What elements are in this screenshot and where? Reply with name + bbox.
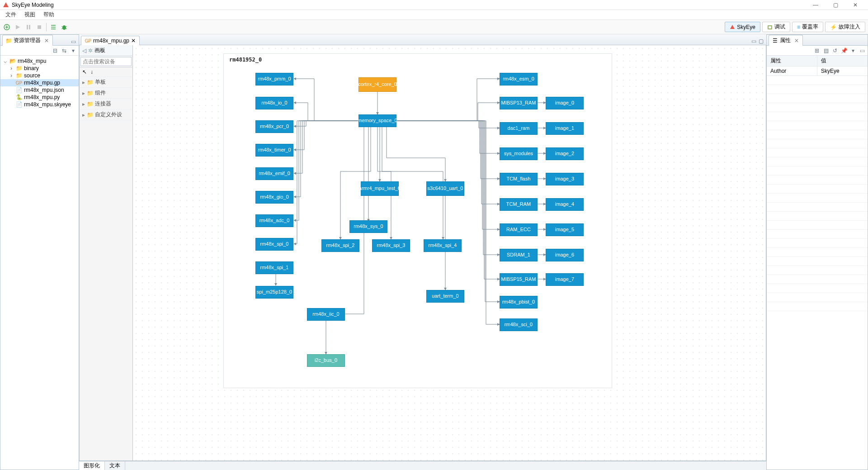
diagram-canvas[interactable]: rm481952_0 (133, 45, 766, 461)
node-image6[interactable]: image_6 (546, 249, 584, 261)
node-armr4[interactable]: armr4_mpu_test_0 (361, 181, 399, 196)
node-iic[interactable]: rm48x_iic_0 (307, 308, 345, 321)
prop-filter-icon[interactable]: ▤ (822, 47, 830, 54)
node-esm[interactable]: rm48x_esm_0 (500, 73, 538, 85)
node-image3[interactable]: image_3 (546, 173, 584, 185)
node-image0[interactable]: image_0 (546, 97, 584, 109)
node-adc[interactable]: rm48x_adc_0 (255, 214, 293, 227)
node-pbist[interactable]: rm48x_pbist_0 (500, 296, 538, 309)
node-sdram1[interactable]: SDRAM_1 (500, 249, 538, 261)
bottom-tab-graphical[interactable]: 图形化 (79, 461, 105, 470)
tree-source[interactable]: › 📁 source (0, 72, 79, 79)
node-image2[interactable]: image_2 (546, 147, 584, 160)
node-spi1[interactable]: rm48x_spi_1 (255, 261, 293, 274)
chevron-down-icon[interactable]: ⌵ (2, 58, 8, 64)
node-sci[interactable]: rm48x_sci_0 (500, 318, 538, 331)
node-emif[interactable]: rm48x_emif_0 (255, 167, 293, 180)
window-minimize[interactable]: — (806, 2, 826, 8)
node-gio[interactable]: rm48x_gio_0 (255, 191, 293, 204)
svg-marker-0 (3, 2, 9, 7)
perspective-skyeye[interactable]: SkyEye (725, 22, 760, 32)
collapse-all-icon[interactable]: ⊟ (52, 47, 59, 54)
perspective-fault[interactable]: ⚡ 故障注入 (825, 22, 865, 32)
property-row[interactable]: Author SkyEye (767, 66, 868, 76)
view-menu-icon[interactable]: ▾ (70, 47, 77, 54)
link-editor-icon[interactable]: ⇆ (61, 47, 68, 54)
menu-file[interactable]: 文件 (2, 10, 20, 19)
node-tcmram[interactable]: TCM_RAM (500, 198, 538, 211)
navigator-tab[interactable]: 📁 资源管理器 ✕ (2, 35, 53, 46)
folder-icon: 📁 (87, 90, 93, 96)
tree-py-file[interactable]: 🐍 rm48x_mpu.py (0, 94, 79, 101)
menu-help[interactable]: 帮助 (40, 10, 58, 19)
node-pcr[interactable]: rm48x_pcr_0 (255, 120, 293, 133)
prop-default-icon[interactable]: ↺ (831, 47, 839, 54)
bottom-tab-text[interactable]: 文本 (105, 461, 125, 470)
tree-skyeye-file[interactable]: 📄 rm48x_mpu.skyeye (0, 101, 79, 108)
prop-minimize-icon[interactable]: ▭ (859, 47, 866, 54)
editor-tab-close-icon[interactable]: ✕ (131, 38, 136, 44)
editor-bottom-tabs: 图形化 文本 (79, 461, 766, 470)
node-uart-term[interactable]: uart_term_0 (426, 290, 464, 303)
node-image1[interactable]: image_1 (546, 122, 584, 135)
prop-menu-icon[interactable]: ▾ (849, 47, 857, 54)
node-dac1[interactable]: dac1_ram (500, 122, 538, 135)
palette-group-connector[interactable]: ▸ 📁 连接器 (80, 99, 132, 109)
node-io[interactable]: rm48x_io_0 (255, 97, 293, 109)
node-ramecc[interactable]: RAM_ECC (500, 223, 538, 236)
node-mibsp13[interactable]: MIBSP13_RAM (500, 97, 538, 109)
node-spi2[interactable]: rm48x_spi_2 (321, 239, 359, 252)
node-spi3[interactable]: rm48x_spi_3 (372, 239, 410, 252)
menu-view[interactable]: 视图 (21, 10, 39, 19)
node-sys[interactable]: rm48x_sys_0 (349, 220, 387, 233)
titlebar: SkyEye Modeling — ▢ ✕ (0, 0, 868, 10)
properties-tab[interactable]: ☰ 属性 ✕ (769, 35, 803, 46)
palette-group-component[interactable]: ▸ 📁 组件 (80, 88, 132, 99)
node-image7[interactable]: image_7 (546, 273, 584, 286)
bug-icon[interactable] (60, 23, 68, 31)
node-image5[interactable]: image_5 (546, 223, 584, 236)
editor-tab[interactable]: GP rm48x_mpu.gp ✕ (81, 36, 140, 45)
svg-rect-6 (29, 25, 30, 29)
node-spi0[interactable]: rm48x_spi_0 (255, 238, 293, 251)
window-close[interactable]: ✕ (845, 2, 865, 8)
palette-back-icon[interactable]: ◁ (82, 47, 86, 54)
node-uart6410[interactable]: s3c6410_uart_0 (426, 181, 464, 196)
tree-json-file[interactable]: 📄 rm48x_mpu.json (0, 86, 79, 94)
perspective-debug[interactable]: 调试 (762, 22, 790, 32)
node-spi4[interactable]: rm48x_spi_4 (424, 239, 462, 252)
main-toolbar: SkyEye 调试 ≡ 覆盖率 ⚡ 故障注入 (0, 20, 868, 34)
node-image4[interactable]: image_4 (546, 198, 584, 211)
add-icon[interactable] (3, 23, 11, 31)
diagram-container[interactable]: rm481952_0 (223, 53, 612, 388)
node-timer[interactable]: rm48x_timer_0 (255, 144, 293, 157)
node-i2c-bus[interactable]: i2c_bus_0 (307, 354, 345, 367)
prop-pin-icon[interactable]: 📌 (840, 47, 848, 54)
chevron-right-icon[interactable]: › (9, 72, 14, 79)
window-maximize[interactable]: ▢ (826, 2, 845, 8)
node-pmm[interactable]: rm48x_pmm_0 (255, 73, 293, 85)
list-icon[interactable] (49, 23, 57, 31)
prop-categories-icon[interactable]: ⊞ (813, 47, 821, 54)
navigator-minimize-icon[interactable]: ▭ (70, 38, 77, 45)
editor-minimize-icon[interactable]: ▭ (750, 38, 757, 45)
palette-search-input[interactable] (80, 57, 132, 66)
navigator-close-icon[interactable]: ✕ (44, 38, 49, 44)
perspective-coverage[interactable]: ≡ 覆盖率 (792, 22, 823, 32)
navigator-tree[interactable]: ⌵ 📂 rm48x_mpu › 📁 binary › 📁 source GP r… (0, 56, 79, 470)
editor-maximize-icon[interactable]: ▢ (757, 38, 764, 45)
tree-project[interactable]: ⌵ 📂 rm48x_mpu (0, 57, 79, 65)
palette-group-board[interactable]: ▸ 📁 单板 (80, 77, 132, 88)
tree-binary[interactable]: › 📁 binary (0, 65, 79, 72)
node-sysmodules[interactable]: sys_modules (500, 147, 538, 160)
node-cortex[interactable]: cortex_r4_core_0 (359, 77, 396, 92)
chevron-right-icon[interactable]: › (9, 65, 14, 71)
properties-close-icon[interactable]: ✕ (794, 38, 799, 44)
palette-group-custom[interactable]: ▸ 📁 自定义外设 (80, 109, 132, 120)
node-m25p[interactable]: spi_m25p128_0 (255, 286, 293, 299)
node-memory[interactable]: memory_space_0 (359, 114, 396, 127)
tree-gp-file[interactable]: GP rm48x_mpu.gp (0, 79, 79, 86)
palette-pointer-row[interactable]: ↖ ↓ (80, 67, 132, 77)
node-mibsp15[interactable]: MIBSP15_RAM (500, 273, 538, 286)
node-tcmflash[interactable]: TCM_flash (500, 173, 538, 185)
